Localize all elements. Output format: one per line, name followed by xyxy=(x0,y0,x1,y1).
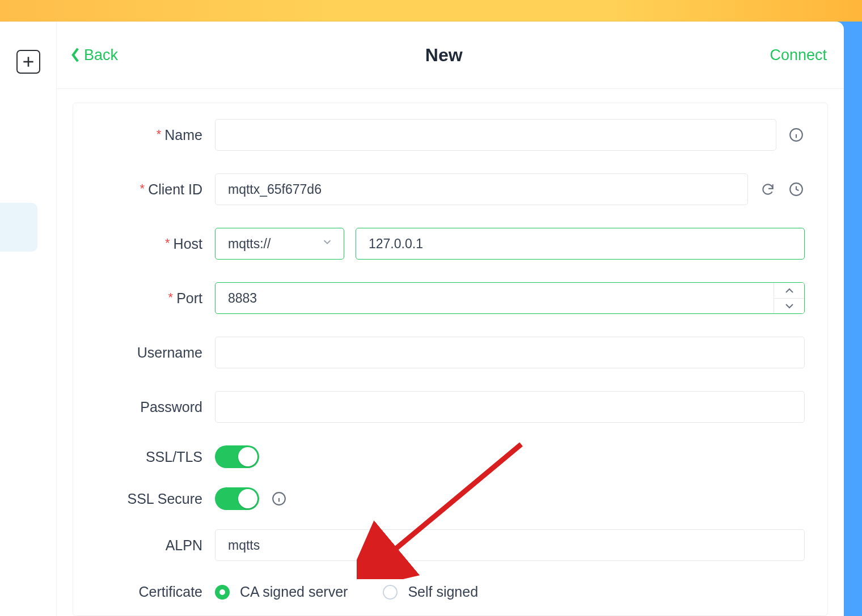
certificate-self-signed-label: Self signed xyxy=(408,584,478,600)
port-step-down[interactable] xyxy=(774,299,804,314)
label-client-id: *Client ID xyxy=(96,181,215,198)
toggle-knob xyxy=(238,447,257,466)
label-host: *Host xyxy=(96,236,215,252)
plus-icon xyxy=(21,54,36,69)
client-id-history-button[interactable] xyxy=(788,181,805,198)
row-alpn: ALPN xyxy=(96,529,805,561)
host-scheme-select[interactable]: mqtts:// xyxy=(215,228,344,260)
chevron-down-icon xyxy=(321,236,333,252)
header-bar: Back New Connect xyxy=(57,22,844,89)
sidebar xyxy=(0,22,57,616)
row-certificate: Certificate CA signed server Self signed xyxy=(96,584,805,600)
ssl-tls-toggle[interactable] xyxy=(215,445,259,468)
label-ssl-secure: SSL Secure xyxy=(96,491,215,507)
client-id-refresh-button[interactable] xyxy=(759,181,776,198)
certificate-radio-group: CA signed server Self signed xyxy=(215,584,478,600)
row-host: *Host mqtts:// xyxy=(96,228,805,260)
row-ssl-secure: SSL Secure xyxy=(96,487,805,510)
history-icon xyxy=(789,182,804,197)
desktop-topstripe xyxy=(0,0,862,22)
required-mark: * xyxy=(168,290,174,304)
desktop-background: Back New Connect *Name xyxy=(0,0,862,616)
required-mark: * xyxy=(140,181,145,196)
back-label: Back xyxy=(84,46,118,64)
label-username: Username xyxy=(96,345,215,361)
connection-form: *Name *Client ID xyxy=(73,103,828,616)
back-button[interactable]: Back xyxy=(70,46,118,64)
required-mark: * xyxy=(157,127,162,141)
label-name: *Name xyxy=(96,127,215,143)
connect-button[interactable]: Connect xyxy=(770,46,827,64)
row-name: *Name xyxy=(96,119,805,151)
label-certificate: Certificate xyxy=(96,584,215,600)
label-password: Password xyxy=(96,399,215,415)
info-circle-icon xyxy=(272,491,286,506)
password-input[interactable] xyxy=(215,391,805,423)
main-pane: Back New Connect *Name xyxy=(57,22,844,616)
client-id-input[interactable] xyxy=(215,173,748,205)
chevron-up-icon xyxy=(785,288,794,294)
row-ssl-tls: SSL/TLS xyxy=(96,445,805,468)
name-info-icon[interactable] xyxy=(788,126,805,143)
host-address-input[interactable] xyxy=(356,228,805,260)
port-input[interactable] xyxy=(216,283,774,313)
ssl-secure-info-icon[interactable] xyxy=(271,490,288,507)
label-port: *Port xyxy=(96,290,215,307)
app-window: Back New Connect *Name xyxy=(0,22,844,616)
row-client-id: *Client ID xyxy=(96,173,805,205)
port-number-wrap xyxy=(215,282,805,314)
certificate-ca-signed-radio[interactable]: CA signed server xyxy=(215,584,348,600)
certificate-ca-signed-label: CA signed server xyxy=(240,584,348,600)
row-username: Username xyxy=(96,337,805,368)
radio-dot-icon xyxy=(215,585,230,600)
chevron-left-icon xyxy=(70,47,81,63)
info-circle-icon xyxy=(789,128,804,142)
sidebar-active-indicator xyxy=(0,203,37,252)
row-password: Password xyxy=(96,391,805,423)
name-input[interactable] xyxy=(215,119,776,151)
new-connection-button[interactable] xyxy=(16,50,40,74)
port-step-up[interactable] xyxy=(774,283,804,299)
radio-dot-icon xyxy=(383,585,398,600)
page-title: New xyxy=(425,45,463,66)
ssl-secure-toggle[interactable] xyxy=(215,487,259,510)
row-port: *Port xyxy=(96,282,805,314)
port-stepper xyxy=(774,283,804,313)
label-ssl-tls: SSL/TLS xyxy=(96,449,215,465)
host-scheme-value: mqtts:// xyxy=(228,236,271,252)
label-alpn: ALPN xyxy=(96,537,215,554)
certificate-self-signed-radio[interactable]: Self signed xyxy=(383,584,478,600)
chevron-down-icon xyxy=(785,303,794,309)
alpn-input[interactable] xyxy=(215,529,805,561)
desktop-right-stripe xyxy=(844,22,862,616)
required-mark: * xyxy=(165,236,170,250)
username-input[interactable] xyxy=(215,337,805,368)
toggle-knob xyxy=(238,489,257,508)
refresh-icon xyxy=(760,182,775,197)
